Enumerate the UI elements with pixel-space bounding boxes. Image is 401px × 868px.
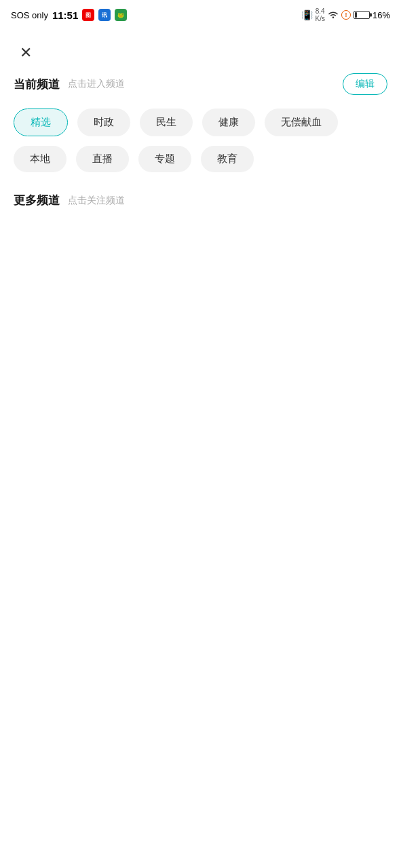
channel-tag[interactable]: 民生 — [140, 108, 193, 136]
channel-tag[interactable]: 直播 — [76, 146, 129, 172]
exclaim-icon: ! — [341, 10, 351, 20]
channel-tag[interactable]: 精选 — [14, 108, 68, 136]
channel-tag[interactable]: 时政 — [77, 108, 130, 136]
status-bar: SOS only 11:51 图 讯 🐸 📳 8.4K/s ! 16% — [0, 0, 401, 30]
close-button[interactable]: ✕ — [14, 41, 38, 65]
app-content: ✕ 当前频道 点击进入频道 编辑 精选时政民生健康无偿献血本地直播专题教育 更多… — [0, 30, 401, 208]
more-channel-title: 更多频道 — [14, 193, 60, 208]
close-icon: ✕ — [20, 44, 32, 62]
status-icons: 📳 8.4K/s ! 16% — [301, 7, 390, 22]
wifi-icon — [328, 9, 339, 20]
channel-tag[interactable]: 本地 — [14, 146, 66, 172]
vibrate-icon: 📳 — [301, 9, 313, 20]
app-icon-3: 🐸 — [115, 9, 127, 21]
channel-tag[interactable]: 教育 — [201, 146, 254, 172]
battery-fill — [355, 12, 357, 18]
network-speed: 8.4K/s — [316, 7, 325, 22]
channel-tag[interactable]: 无偿献血 — [265, 108, 338, 136]
status-left: SOS only 11:51 图 讯 🐸 — [11, 9, 127, 21]
current-channel-title: 当前频道 — [14, 77, 60, 92]
app-icon-2: 讯 — [98, 9, 111, 21]
more-channels-section: 更多频道 点击关注频道 — [14, 193, 387, 208]
battery-container — [354, 11, 370, 19]
channel-tag[interactable]: 健康 — [202, 108, 255, 136]
edit-button[interactable]: 编辑 — [343, 73, 387, 95]
channel-tag[interactable]: 专题 — [138, 146, 191, 172]
current-channel-subtitle: 点击进入频道 — [68, 78, 125, 90]
more-channel-header: 更多频道 点击关注频道 — [14, 193, 387, 208]
app-icon-1: 图 — [82, 9, 94, 21]
status-time: 11:51 — [52, 9, 78, 21]
battery-icon — [354, 11, 370, 19]
current-channel-header: 当前频道 点击进入频道 编辑 — [14, 73, 387, 95]
battery-percent: 16% — [373, 10, 390, 20]
close-row: ✕ — [14, 30, 387, 73]
sos-text: SOS only — [11, 10, 48, 20]
channels-grid: 精选时政民生健康无偿献血本地直播专题教育 — [14, 108, 387, 172]
more-channel-subtitle: 点击关注频道 — [68, 195, 125, 207]
